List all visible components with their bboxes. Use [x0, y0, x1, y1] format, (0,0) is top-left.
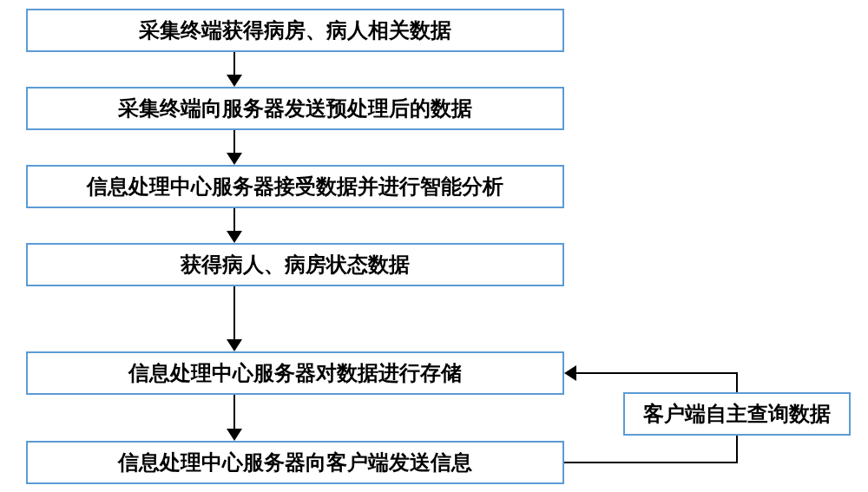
- connector-side-up: [736, 372, 738, 392]
- step-2-label: 采集终端向服务器发送预处理后的数据: [118, 95, 472, 122]
- arrow-2-to-3: [233, 130, 235, 163]
- connector-box6-to-side-horiz: [564, 462, 738, 463]
- step-3-label: 信息处理中心服务器接受数据并进行智能分析: [87, 173, 503, 200]
- step-5-label: 信息处理中心服务器对数据进行存储: [128, 359, 462, 387]
- step-4-label: 获得病人、病房状态数据: [181, 251, 410, 279]
- step-3-box: 信息处理中心服务器接受数据并进行智能分析: [26, 165, 564, 208]
- step-1-box: 采集终端获得病房、病人相关数据: [26, 9, 564, 52]
- connector-side-vert: [736, 436, 738, 463]
- side-step-label: 客户端自主查询数据: [643, 400, 831, 428]
- step-1-label: 采集终端获得病房、病人相关数据: [139, 16, 451, 44]
- arrow-1-to-2: [233, 52, 235, 85]
- arrow-3-to-4: [233, 208, 235, 241]
- step-6-label: 信息处理中心服务器向客户端发送信息: [118, 449, 472, 476]
- side-step-box: 客户端自主查询数据: [623, 392, 851, 436]
- step-2-box: 采集终端向服务器发送预处理后的数据: [26, 87, 564, 130]
- arrow-5-to-6: [233, 395, 235, 439]
- step-5-box: 信息处理中心服务器对数据进行存储: [26, 351, 564, 395]
- arrow-side-to-box5: [566, 372, 738, 374]
- step-6-box: 信息处理中心服务器向客户端发送信息: [26, 441, 564, 484]
- step-4-box: 获得病人、病房状态数据: [26, 243, 564, 286]
- arrow-4-to-5: [233, 286, 235, 350]
